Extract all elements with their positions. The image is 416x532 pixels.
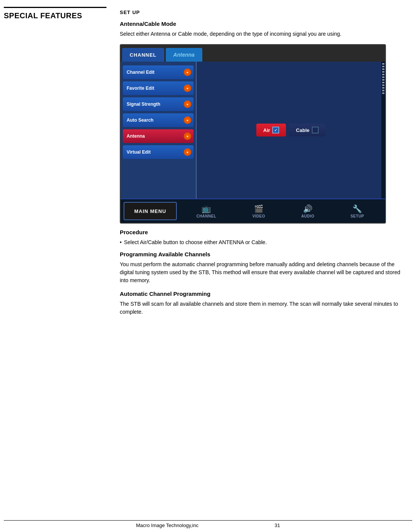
menu-item-antenna-icon: ●	[184, 132, 191, 140]
tv-scrollbar[interactable]	[381, 62, 385, 199]
tv-bottom-bar: MAIN MENU 📺 CHANNEL 🎬 VIDEO 🔊 AUDIO	[121, 199, 385, 223]
tv-screen: CHANNEL Antenna Channel Edit ● Favorite …	[120, 44, 386, 224]
menu-item-favorite-edit[interactable]: Favorite Edit ●	[123, 81, 194, 95]
nav-channel[interactable]: 📺 CHANNEL	[196, 204, 216, 218]
menu-item-signal-strength-icon: ●	[184, 100, 191, 108]
menu-item-signal-strength-label: Signal Strength	[127, 102, 160, 107]
scrollbar-dot	[382, 63, 384, 65]
procedure-bullet: • Select Air/Cable button to choose eith…	[120, 238, 405, 246]
antenna-cable-title: Antenna/Cable Mode	[120, 21, 405, 27]
menu-item-favorite-edit-icon: ●	[184, 84, 191, 92]
air-checkbox[interactable]: ✓	[272, 127, 279, 133]
page-container: SPECIAL FEATURES SET UP Antenna/Cable Mo…	[0, 0, 416, 532]
scrollbar-dot	[382, 76, 384, 78]
air-label: Air	[263, 127, 270, 133]
nav-channel-label: CHANNEL	[196, 214, 216, 218]
scrollbar-dot	[382, 71, 384, 73]
menu-item-favorite-edit-label: Favorite Edit	[127, 86, 154, 91]
scrollbar-dot	[382, 87, 384, 89]
bullet-dot-icon: •	[120, 238, 122, 246]
air-button[interactable]: Air ✓	[256, 124, 286, 137]
nav-audio[interactable]: 🔊 AUDIO	[301, 204, 314, 218]
tv-main-area: Channel Edit ● Favorite Edit ● Signal St…	[121, 62, 385, 199]
menu-item-signal-strength[interactable]: Signal Strength ●	[123, 97, 194, 111]
video-icon: 🎬	[254, 204, 264, 213]
top-decorative-line	[4, 7, 106, 8]
footer-company: Macro Image Technology,inc	[136, 522, 198, 528]
tab-antenna[interactable]: Antenna	[166, 48, 202, 62]
menu-item-virtual-edit[interactable]: Virtual Edit ●	[123, 145, 194, 159]
page-title: SPECIAL FEATURES	[4, 11, 103, 20]
scrollbar-dot	[382, 82, 384, 83]
nav-icon-group: 📺 CHANNEL 🎬 VIDEO 🔊 AUDIO 🔧 SETUP	[178, 204, 382, 218]
scrollbar-dot	[382, 90, 384, 91]
scrollbar-dot	[382, 79, 384, 81]
nav-setup[interactable]: 🔧 SETUP	[351, 204, 364, 218]
footer: Macro Image Technology,inc 31	[136, 522, 280, 528]
tv-tabs-row: CHANNEL Antenna	[121, 45, 385, 62]
programming-channels-description: You must perform the automatic channel p…	[120, 260, 405, 284]
programming-channels-title: Programming Available Channels	[120, 251, 405, 257]
antenna-cable-description: Select either Antenna or Cable mode, dep…	[120, 30, 405, 38]
menu-item-antenna[interactable]: Antenna ●	[123, 129, 194, 143]
menu-item-channel-edit[interactable]: Channel Edit ●	[123, 65, 194, 79]
scrollbar-dot	[382, 68, 384, 70]
menu-item-antenna-label: Antenna	[127, 133, 145, 139]
channel-icon: 📺	[202, 204, 211, 213]
cable-button[interactable]: Cable	[289, 124, 325, 137]
scrollbar-dot	[382, 84, 384, 86]
procedure-title: Procedure	[120, 229, 405, 235]
nav-setup-label: SETUP	[351, 214, 364, 218]
menu-item-channel-edit-icon: ●	[184, 68, 191, 76]
nav-audio-label: AUDIO	[301, 214, 314, 218]
footer-line	[4, 520, 412, 521]
tab-channel[interactable]: CHANNEL	[122, 48, 164, 62]
scrollbar-dot	[382, 66, 384, 67]
scrollbar-dot	[382, 92, 384, 94]
menu-item-channel-edit-label: Channel Edit	[127, 70, 154, 75]
menu-item-auto-search-label: Auto Search	[127, 118, 154, 123]
right-column: SET UP Antenna/Cable Mode Select either …	[120, 10, 405, 322]
menu-item-virtual-edit-label: Virtual Edit	[127, 149, 151, 155]
nav-video-label: VIDEO	[252, 214, 265, 218]
main-menu-button[interactable]: MAIN MENU	[124, 202, 177, 220]
audio-icon: 🔊	[303, 204, 313, 213]
tv-content-area: Air ✓ Cable	[197, 62, 385, 199]
set-up-label: SET UP	[120, 10, 405, 15]
cable-checkbox[interactable]	[312, 127, 319, 133]
air-cable-selector: Air ✓ Cable	[256, 124, 325, 137]
auto-channel-description: The STB will scam for all available chan…	[120, 300, 405, 316]
cable-label: Cable	[296, 127, 309, 133]
menu-item-auto-search-icon: ●	[184, 116, 191, 124]
menu-item-virtual-edit-icon: ●	[184, 148, 191, 156]
procedure-bullet-text: Select Air/Cable button to choose either…	[124, 238, 267, 246]
scrollbar-dot	[382, 74, 384, 75]
tv-menu: Channel Edit ● Favorite Edit ● Signal St…	[121, 62, 197, 199]
footer-page-number: 31	[275, 522, 280, 528]
setup-icon: 🔧	[352, 204, 362, 213]
left-column: SPECIAL FEATURES	[4, 11, 103, 20]
nav-video[interactable]: 🎬 VIDEO	[252, 204, 265, 218]
menu-item-auto-search[interactable]: Auto Search ●	[123, 113, 194, 127]
auto-channel-title: Automatic Channel Programming	[120, 291, 405, 297]
scrollbar-dots	[382, 63, 384, 94]
